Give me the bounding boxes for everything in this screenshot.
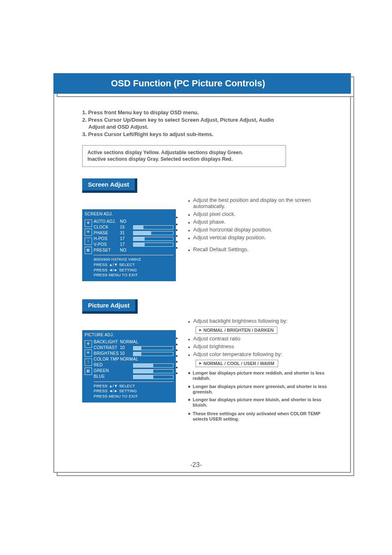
legend-line-1: Active sections display Yellow. Adjustab…	[88, 150, 281, 156]
picture-adjust-heading: Picture Adjust	[82, 299, 138, 314]
legend-line-2: Inactive sections display Gray. Selected…	[88, 156, 281, 163]
osd-item-hpos: H-POS 17	[94, 236, 173, 242]
picture-osd-title: PICTURE ADJ.	[85, 333, 173, 338]
bullet-icon	[188, 386, 190, 388]
osd-item-brightnes: BRIGHTNES 10	[94, 351, 173, 357]
page-number: -23-	[0, 461, 392, 469]
osd-item-preset: PRESET NO	[94, 247, 173, 253]
instruction-step-2b: Adjust and OSD Adjust.	[88, 123, 334, 131]
osd-item-backlight: BACKLIGHT NORMAL	[94, 340, 173, 345]
colortmp-options: NORMAL / COOL / USER / WARM	[196, 360, 278, 367]
arrow-right-icon	[199, 362, 202, 365]
window-icon: ▦	[85, 368, 92, 375]
picture-adjust-row: PICTURE ADJ. ✥ 👁 ⟟ ▦ BACKLIGHT NORMAL	[82, 318, 334, 425]
osd-item-autoadj: AUTO ADJ. NO	[94, 219, 173, 224]
bullet-icon	[188, 372, 190, 374]
page-title: OSD Function (PC Picture Controls)	[111, 78, 265, 89]
instructions: 1. Press front Menu key to display OSD m…	[82, 109, 334, 138]
callout-brightness: Adjust brightness	[188, 343, 334, 349]
screen-adjust-row: SCREEN ADJ. ✥ 👁 ⟟ ▦ AUTO ADJ. NO	[82, 197, 334, 281]
picture-callouts: Adjust backlight brightness following by…	[188, 318, 334, 425]
osd-item-vpos: V-POS 17	[94, 242, 173, 247]
screen-adjust-osd: SCREEN ADJ. ✥ 👁 ⟟ ▦ AUTO ADJ. NO	[82, 209, 176, 281]
callout-auto: Adjust the best position and display on …	[188, 197, 334, 209]
osd-item-clock: CLOCK 15	[94, 224, 173, 230]
eye-icon: 👁	[85, 349, 92, 357]
note-red: Longer bar displays picture more reddish…	[193, 370, 334, 381]
callout-vpos: Adjust vertical display position.	[188, 234, 334, 240]
note-green: Longer bar displays picture more greenis…	[193, 384, 334, 395]
backlight-options: NORMAL / BRIGHTEN / DARKEN	[196, 326, 277, 334]
manual-page: OSD Function (PC Picture Controls) 1. Pr…	[0, 0, 392, 555]
bullet-icon	[188, 399, 190, 401]
callout-hpos: Adjust horizontal display position.	[188, 227, 334, 233]
screen-osd-footer: 800X600 H37KHZ V60HZ PRESS ▲/▼ SELECT PR…	[94, 255, 173, 278]
color-legend: Active sections display Yellow. Adjustab…	[82, 145, 286, 167]
screen-osd-title: SCREEN ADJ.	[85, 212, 173, 217]
move-icon: ✥	[85, 220, 92, 227]
note-user-setting: These three settings are only activated …	[193, 411, 334, 422]
slider-icon: ⟟	[85, 358, 92, 366]
callout-phase: Adjust phase.	[188, 219, 334, 225]
screen-osd-items: AUTO ADJ. NO CLOCK 15 PHASE 31	[94, 219, 173, 278]
osd-item-green: GREEN	[94, 368, 173, 374]
move-icon: ✥	[85, 340, 92, 348]
osd-item-phase: PHASE 31	[94, 230, 173, 236]
callout-backlight: Adjust backlight brightness following by…	[188, 318, 334, 324]
screen-osd-icons: ✥ 👁 ⟟ ▦	[85, 219, 92, 278]
window-icon: ▦	[85, 247, 92, 254]
osd-item-contrast: CONTRAST 10	[94, 345, 173, 351]
instruction-step-3: 3. Press Cursor Left/Right keys to adjus…	[82, 131, 334, 138]
callout-clock: Adjust pixel clock.	[188, 211, 334, 217]
screen-callouts: Adjust the best position and display on …	[188, 197, 334, 254]
instruction-step-2: 2. Press Cursor Up/Down key to select Sc…	[82, 116, 334, 124]
instruction-step-1: 1. Press front Menu key to display OSD m…	[82, 109, 334, 116]
picture-osd-icons: ✥ 👁 ⟟ ▦	[85, 340, 92, 399]
osd-item-colortmp: COLOR TMP NORMAL	[94, 357, 173, 363]
eye-icon: 👁	[85, 229, 92, 236]
slider-icon: ⟟	[85, 238, 92, 245]
screen-adjust-heading: Screen Adjust	[82, 178, 137, 193]
picture-osd-items: BACKLIGHT NORMAL CONTRAST 10 BRIGHTNES 1…	[94, 340, 173, 399]
callout-preset: Recall Default Settings.	[188, 246, 334, 252]
page-title-bar: OSD Function (PC Picture Controls)	[53, 73, 351, 94]
rgb-notes: Longer bar displays picture more reddish…	[188, 370, 334, 422]
osd-item-blue: BLUE	[94, 374, 173, 380]
arrow-right-icon	[199, 329, 202, 331]
callout-colortmp: Adjust color temperature following by:	[188, 351, 334, 357]
bullet-icon	[188, 413, 190, 415]
osd-item-red: RED	[94, 363, 173, 368]
note-blue: Longer bar displays picture more bluish,…	[193, 397, 334, 408]
picture-osd-footer: PRESS ▲/▼ SELECT PRESS ◄/► SETTING PRESS…	[94, 382, 173, 399]
callout-contrast: Adjust contrast ratio	[188, 335, 334, 342]
page-content: 1. Press front Menu key to display OSD m…	[82, 109, 334, 425]
picture-adjust-osd: PICTURE ADJ. ✥ 👁 ⟟ ▦ BACKLIGHT NORMAL	[82, 330, 176, 402]
